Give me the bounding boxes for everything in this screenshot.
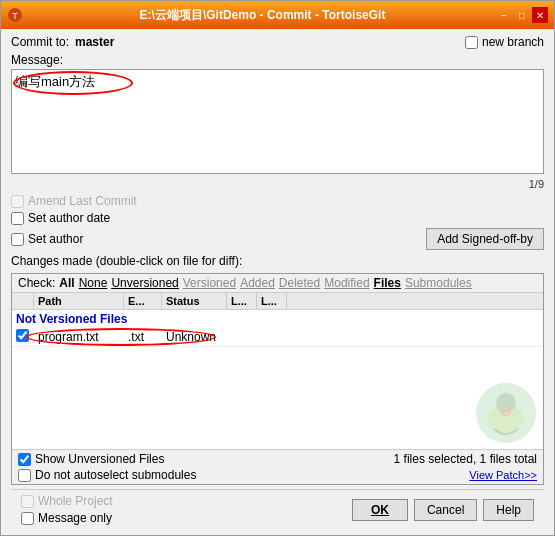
minimize-button[interactable]: − [496, 7, 512, 23]
show-unversioned-label: Show Unversioned Files [35, 452, 164, 466]
whole-project-checkbox[interactable] [21, 495, 34, 508]
help-button[interactable]: Help [483, 499, 534, 521]
options-section: Amend Last Commit Set author date Set au… [11, 194, 544, 250]
svg-point-4 [496, 393, 516, 413]
bottom-options-row2: Do not autoselect submodules View Patch>… [18, 468, 537, 482]
files-info: 1 files selected, 1 files total [394, 452, 537, 466]
filter-files[interactable]: Files [374, 276, 401, 290]
check-label: Check: [18, 276, 55, 290]
changes-header-text: Changes made (double-click on file for d… [11, 254, 544, 268]
amend-last-commit-checkbox[interactable] [11, 195, 24, 208]
window-title: E:\云端项目\GitDemo - Commit - TortoiseGit [29, 7, 496, 24]
page-indicator: 1/9 [11, 178, 544, 190]
message-only-checkbox[interactable] [21, 512, 34, 525]
row-checkbox-col [12, 328, 34, 346]
new-branch-row: new branch [465, 35, 544, 49]
filter-added[interactable]: Added [240, 276, 275, 290]
main-content: Commit to: master new branch Message: 编写… [1, 29, 554, 535]
filter-submodules[interactable]: Submodules [405, 276, 472, 290]
bottom-options: Show Unversioned Files 1 files selected,… [12, 449, 543, 484]
message-only-label: Message only [38, 511, 112, 525]
whole-project-row: Whole Project [21, 494, 113, 508]
title-bar: T E:\云端项目\GitDemo - Commit - TortoiseGit… [1, 1, 554, 29]
file-ext: .txt [124, 329, 162, 345]
filter-modified[interactable]: Modified [324, 276, 369, 290]
svg-point-3 [488, 405, 524, 433]
commit-to-label: Commit to: [11, 35, 69, 49]
filter-unversioned[interactable]: Unversioned [111, 276, 178, 290]
message-only-row: Message only [21, 511, 113, 525]
filter-versioned[interactable]: Versioned [183, 276, 236, 290]
whole-project-label: Whole Project [38, 494, 113, 508]
bottom-options-row1: Show Unversioned Files 1 files selected,… [18, 452, 537, 466]
filter-none[interactable]: None [79, 276, 108, 290]
table-header: Path E... Status L... L... [12, 293, 543, 310]
maximize-button[interactable]: □ [514, 7, 530, 23]
svg-text:G: G [501, 403, 512, 419]
new-branch-checkbox[interactable] [465, 36, 478, 49]
amend-last-commit-row: Amend Last Commit [11, 194, 544, 208]
file-path: program.txt [34, 329, 124, 345]
th-ext: E... [124, 293, 162, 309]
not-versioned-header: Not Versioned Files [12, 310, 543, 328]
th-l2: L... [257, 293, 287, 309]
commit-to-row: Commit to: master new branch [11, 35, 544, 49]
ok-button[interactable]: OK [352, 499, 408, 521]
set-author-date-label: Set author date [28, 211, 110, 225]
app-icon: T [7, 7, 23, 23]
th-status: Status [162, 293, 227, 309]
message-textarea[interactable]: 编写main方法 [11, 69, 544, 174]
file-table: Path E... Status L... L... Not Versioned… [12, 293, 543, 449]
commit-to-left: Commit to: master [11, 35, 114, 49]
th-path: Path [34, 293, 124, 309]
set-author-date-checkbox[interactable] [11, 212, 24, 225]
file-l2 [257, 336, 287, 338]
file-checkbox[interactable] [16, 329, 29, 342]
message-label: Message: [11, 53, 544, 67]
file-status: Unknown [162, 329, 227, 345]
main-window: T E:\云端项目\GitDemo - Commit - TortoiseGit… [0, 0, 555, 536]
do-not-autoselect-label: Do not autoselect submodules [35, 468, 196, 482]
view-patch-link[interactable]: View Patch>> [469, 469, 537, 481]
th-l1: L... [227, 293, 257, 309]
table-row[interactable]: program.txt .txt Unknown [12, 328, 543, 347]
message-section: Message: 编写main方法 1/9 [11, 53, 544, 190]
branch-name: master [75, 35, 114, 49]
footer-buttons: OK Cancel Help [352, 499, 534, 521]
changes-section: Check: All None Unversioned Versioned Ad… [11, 273, 544, 485]
file-l1 [227, 336, 257, 338]
check-bar: Check: All None Unversioned Versioned Ad… [12, 274, 543, 293]
not-versioned-label: Not Versioned Files [16, 312, 127, 326]
show-unversioned-checkbox[interactable] [18, 453, 31, 466]
do-not-autoselect-row: Do not autoselect submodules [18, 468, 196, 482]
cancel-button[interactable]: Cancel [414, 499, 477, 521]
amend-last-commit-label: Amend Last Commit [28, 194, 137, 208]
set-author-date-row: Set author date [11, 211, 544, 225]
close-button[interactable]: ✕ [532, 7, 548, 23]
set-author-label: Set author [28, 232, 83, 246]
tortoise-watermark: G [474, 381, 539, 449]
th-check [12, 293, 34, 309]
set-author-row: Set author Add Signed-off-by [11, 228, 544, 250]
footer-left: Whole Project Message only [21, 494, 113, 525]
window-controls: − □ ✕ [496, 7, 548, 23]
message-wrapper: 编写main方法 [11, 69, 544, 177]
set-author-left: Set author [11, 232, 83, 246]
set-author-checkbox[interactable] [11, 233, 24, 246]
new-branch-label: new branch [482, 35, 544, 49]
filter-deleted[interactable]: Deleted [279, 276, 320, 290]
footer: Whole Project Message only OK Cancel Hel… [11, 489, 544, 529]
do-not-autoselect-checkbox[interactable] [18, 469, 31, 482]
filter-all[interactable]: All [59, 276, 74, 290]
show-unversioned-row: Show Unversioned Files [18, 452, 164, 466]
svg-point-2 [476, 383, 536, 443]
svg-text:T: T [12, 11, 18, 21]
file-row-wrapper: program.txt .txt Unknown [12, 328, 543, 347]
add-signed-off-by-button[interactable]: Add Signed-off-by [426, 228, 544, 250]
